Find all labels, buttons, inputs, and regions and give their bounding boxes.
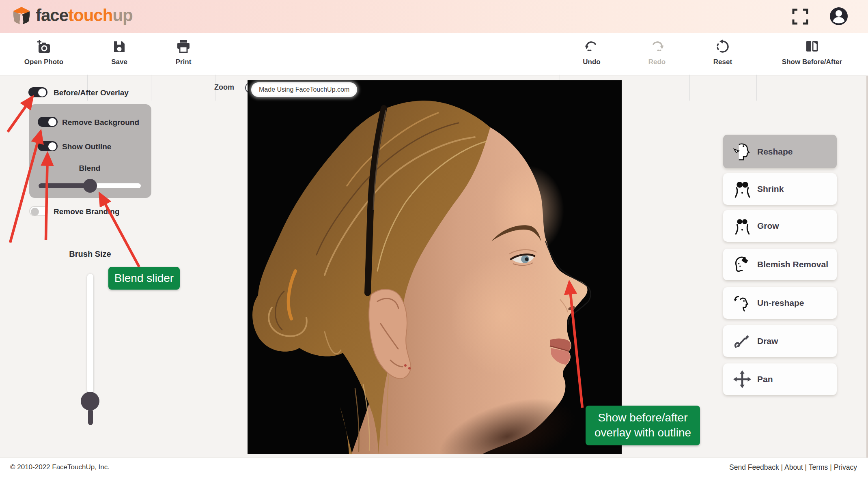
link-separator: | <box>830 463 834 471</box>
app-header: facetouchup <box>0 0 868 33</box>
reset-label: Reset <box>692 58 753 66</box>
terms-link[interactable]: Terms <box>809 463 828 471</box>
blend-label: Blend <box>39 164 141 173</box>
reshape-icon <box>733 142 752 161</box>
tool-label: Un-reshape <box>757 298 804 308</box>
save-icon <box>112 39 126 54</box>
save-label: Save <box>89 58 150 66</box>
copyright-text: © 2010-2022 FaceTouchUp, Inc. <box>10 463 110 471</box>
toggle-knob <box>31 208 39 216</box>
toolbar-divider <box>151 75 151 101</box>
brush-size-slider-thumb[interactable] <box>81 392 99 410</box>
portrait-photo <box>248 80 622 454</box>
tool-pan[interactable]: Pan <box>723 363 837 395</box>
tool-label: Shrink <box>757 184 784 194</box>
tool-un-reshape[interactable]: Un-reshape <box>723 287 837 319</box>
show-outline-toggle[interactable] <box>38 141 58 151</box>
before-after-overlay-toggle[interactable] <box>28 87 47 97</box>
tool-reshape[interactable]: Reshape <box>723 135 837 168</box>
tool-grow[interactable]: Grow <box>723 210 837 242</box>
app-footer: © 2010-2022 FaceTouchUp, Inc. Send Feedb… <box>0 458 868 477</box>
redo-label: Redo <box>627 58 687 66</box>
before-after-overlay-label: Before/After Overlay <box>54 88 129 97</box>
reset-icon <box>715 39 730 54</box>
tool-blemish-removal[interactable]: Blemish Removal <box>723 249 837 280</box>
before-after-icon <box>805 39 819 54</box>
show-before-after-label: Show Before/After <box>782 58 842 66</box>
scrollbar-edge[interactable] <box>866 76 868 458</box>
grow-icon <box>733 217 752 235</box>
overlay-annotation-line2: overlay with outline <box>586 425 700 440</box>
facetouchup-logo-icon <box>11 6 32 26</box>
toolbar-divider <box>689 75 690 101</box>
blend-slider-annotation: Blend slider <box>108 267 180 290</box>
privacy-link[interactable]: Privacy <box>834 463 857 471</box>
remove-branding-label: Remove Branding <box>54 207 120 216</box>
print-label: Print <box>153 58 214 66</box>
remove-branding-toggle[interactable] <box>29 206 48 216</box>
account-avatar-icon[interactable] <box>829 7 848 26</box>
blend-slider-fill <box>39 183 90 188</box>
print-icon <box>176 39 191 54</box>
toggle-knob <box>48 118 56 126</box>
shrink-icon <box>733 180 752 198</box>
app-window: facetouchup Open Photo <box>0 0 868 477</box>
send-feedback-link[interactable]: Send Feedback <box>729 463 779 471</box>
toolbar-divider <box>624 75 624 101</box>
toggle-knob <box>38 88 46 97</box>
blend-slider-thumb[interactable] <box>83 179 97 193</box>
reset-button[interactable]: Reset <box>692 36 753 73</box>
brush-size-slider-track[interactable] <box>87 274 93 393</box>
overlay-annotation-line1: Show before/after <box>586 410 700 425</box>
tool-shrink[interactable]: Shrink <box>723 173 837 205</box>
show-outline-label: Show Outline <box>62 142 111 151</box>
facetouchup-wordmark: facetouchup <box>36 6 133 25</box>
remove-background-label: Remove Background <box>62 118 139 127</box>
wordmark-touch: touch <box>68 6 112 25</box>
show-before-after-button[interactable]: Show Before/After <box>782 36 842 73</box>
pan-icon <box>733 370 752 389</box>
tool-label: Pan <box>757 374 773 384</box>
undo-icon <box>584 39 599 54</box>
footer-links: Send Feedback | About | Terms | Privacy <box>729 463 857 472</box>
tool-draw[interactable]: Draw <box>723 325 837 357</box>
fullscreen-icon[interactable] <box>792 8 809 25</box>
draw-icon <box>733 332 752 350</box>
wordmark-up: up <box>112 6 132 25</box>
brush-size-slider-stem <box>88 409 93 425</box>
redo-button[interactable]: Redo <box>627 36 687 73</box>
tool-label: Blemish Removal <box>757 260 828 269</box>
zoom-label: Zoom <box>214 83 234 92</box>
tool-label: Reshape <box>757 147 793 157</box>
arrow-to-before-after-toggle <box>8 97 32 132</box>
about-link[interactable]: About <box>784 463 803 471</box>
photo-canvas[interactable]: Made Using FaceTouchUp.com <box>248 80 622 454</box>
link-separator: | <box>805 463 809 471</box>
remove-background-toggle[interactable] <box>38 117 58 127</box>
canvas-watermark: Made Using FaceTouchUp.com <box>253 84 355 95</box>
open-photo-icon <box>36 39 52 54</box>
save-button[interactable]: Save <box>89 36 150 73</box>
brush-size-label: Brush Size <box>50 249 131 259</box>
link-separator: | <box>781 463 784 471</box>
main-toolbar: Open Photo Save Print Zoom <box>0 33 868 76</box>
toolbar-divider <box>756 75 757 101</box>
open-photo-button[interactable]: Open Photo <box>13 36 74 73</box>
wordmark-face: face <box>36 6 68 25</box>
redo-icon <box>650 39 664 54</box>
overlay-annotation: Show before/after overlay with outline <box>586 406 700 445</box>
open-photo-label: Open Photo <box>13 58 74 66</box>
blemish-removal-icon <box>733 255 752 274</box>
undo-button[interactable]: Undo <box>561 36 622 73</box>
un-reshape-icon <box>733 294 752 312</box>
print-button[interactable]: Print <box>153 36 214 73</box>
tool-label: Draw <box>757 336 778 346</box>
toggle-knob <box>48 142 56 150</box>
undo-label: Undo <box>561 58 622 66</box>
tool-label: Grow <box>757 221 779 231</box>
